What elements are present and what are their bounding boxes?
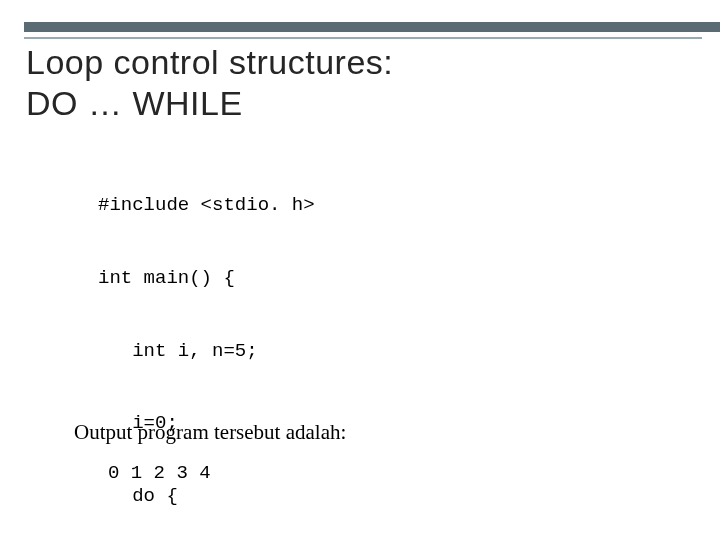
top-underline [24,37,702,39]
code-line: do { [98,484,360,508]
slide-title: Loop control structures: DO … WHILE [26,42,393,125]
title-line-1: Loop control structures: [26,43,393,81]
top-rule-bar [24,22,720,32]
slide: Loop control structures: DO … WHILE #inc… [0,0,720,540]
output-caption: Output program tersebut adalah: [74,420,346,445]
code-line: int main() { [98,266,360,290]
program-output: 0 1 2 3 4 [108,462,211,484]
title-line-2: DO … WHILE [26,84,243,122]
code-line: #include <stdio. h> [98,193,360,217]
code-line: int i, n=5; [98,339,360,363]
